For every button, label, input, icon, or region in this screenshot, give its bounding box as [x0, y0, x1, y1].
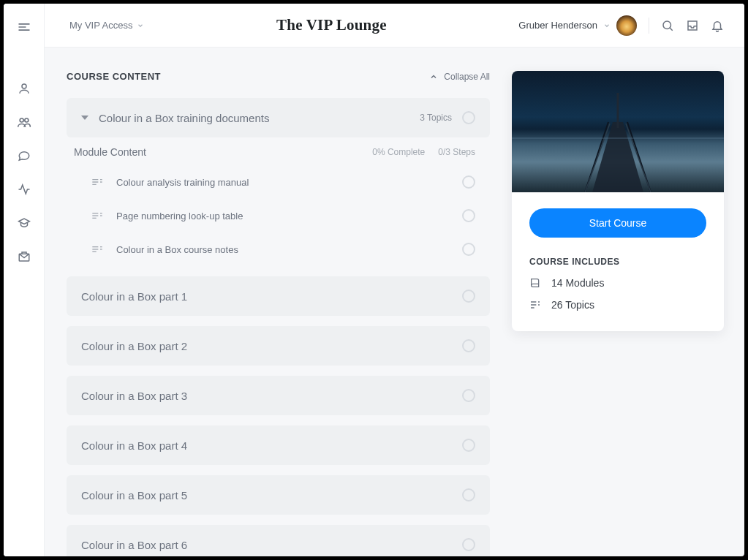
steps-label: 0/3 Steps: [438, 147, 475, 157]
inbox-icon[interactable]: [686, 19, 699, 32]
svg-point-4: [20, 118, 23, 122]
user-menu[interactable]: Gruber Henderson: [518, 15, 637, 36]
topic-label: Colour analysis training manual: [116, 177, 462, 188]
module-content-title: Module Content: [74, 146, 146, 158]
progress-ring: [462, 389, 475, 402]
topic-row[interactable]: Page numbering look-up table: [69, 199, 487, 232]
topic-row[interactable]: Colour analysis training manual: [69, 165, 487, 199]
chevron-down-icon: [137, 22, 144, 29]
user-icon[interactable]: [17, 81, 31, 96]
svg-point-7: [663, 21, 671, 29]
topic-label: Page numbering look-up table: [116, 211, 462, 222]
progress-ring: [462, 243, 475, 256]
topic-icon: [91, 211, 103, 220]
svg-marker-24: [592, 122, 643, 192]
module-row[interactable]: Colour in a Box training documents 3 Top…: [67, 98, 490, 137]
includes-row: 26 Topics: [529, 299, 706, 311]
progress-ring: [462, 339, 475, 352]
includes-row: 14 Modules: [529, 277, 706, 289]
module-row[interactable]: Colour in a Box part 3: [67, 376, 490, 415]
course-card: Start Course COURSE INCLUDES 14 Modules …: [512, 71, 724, 331]
top-header: My VIP Access The VIP Lounge Gruber Hend…: [45, 4, 744, 48]
main-column: COURSE CONTENT Collapse All Colour in a …: [67, 71, 490, 556]
progress-ring: [462, 111, 475, 124]
caret-down-icon: [81, 116, 88, 120]
module-row[interactable]: Colour in a Box part 6: [67, 525, 490, 556]
access-dropdown[interactable]: My VIP Access: [69, 20, 144, 31]
search-icon[interactable]: [661, 19, 674, 32]
list-icon: [529, 299, 541, 311]
module-children: Module Content 0% Complete 0/3 Steps Col…: [67, 137, 490, 266]
progress-ring: [462, 439, 475, 452]
module-title: Colour in a Box part 1: [81, 290, 462, 303]
start-course-button[interactable]: Start Course: [529, 208, 706, 238]
progress-ring: [462, 209, 475, 222]
module-row[interactable]: Colour in a Box part 1: [67, 276, 490, 316]
progress-ring: [462, 175, 475, 189]
module-list: Colour in a Box training documents 3 Top…: [67, 98, 490, 556]
mail-icon[interactable]: [17, 249, 31, 264]
access-label: My VIP Access: [69, 20, 132, 31]
svg-line-8: [670, 28, 673, 31]
module-title: Colour in a Box part 3: [81, 390, 462, 402]
module-title: Colour in a Box part 4: [81, 439, 462, 452]
graduation-icon[interactable]: [17, 216, 31, 230]
module-row[interactable]: Colour in a Box part 4: [67, 425, 490, 465]
module-title: Colour in a Box part 2: [81, 340, 462, 352]
users-icon[interactable]: [17, 115, 31, 129]
svg-point-3: [22, 84, 26, 88]
chevron-up-icon: [429, 72, 438, 81]
course-hero-image: [512, 71, 724, 192]
section-title: COURSE CONTENT: [67, 71, 161, 82]
module-meta: 3 Topics: [420, 113, 452, 123]
book-icon: [529, 277, 541, 289]
course-includes-title: COURSE INCLUDES: [529, 257, 706, 267]
avatar: [616, 15, 637, 36]
topic-icon: [91, 245, 103, 254]
chat-icon[interactable]: [17, 148, 31, 163]
left-rail: [4, 4, 45, 556]
includes-label: 14 Modules: [551, 277, 604, 289]
svg-point-5: [24, 118, 28, 122]
menu-icon[interactable]: [17, 20, 31, 34]
progress-ring: [462, 488, 475, 502]
progress-ring: [462, 290, 475, 303]
module-title: Colour in a Box training documents: [99, 112, 420, 124]
topic-label: Colour in a Box course notes: [116, 244, 462, 255]
module-title: Colour in a Box part 6: [81, 539, 462, 551]
topic-row[interactable]: Colour in a Box course notes: [69, 232, 487, 266]
module-title: Colour in a Box part 5: [81, 489, 462, 502]
divider: [649, 18, 649, 34]
module-row[interactable]: Colour in a Box part 2: [67, 326, 490, 366]
side-column: Start Course COURSE INCLUDES 14 Modules …: [512, 71, 724, 556]
collapse-all-button[interactable]: Collapse All: [429, 72, 490, 82]
progress-label: 0% Complete: [372, 147, 425, 157]
user-name: Gruber Henderson: [518, 20, 597, 31]
module-expanded: Colour in a Box training documents 3 Top…: [67, 98, 490, 266]
includes-label: 26 Topics: [551, 299, 594, 311]
module-row[interactable]: Colour in a Box part 5: [67, 475, 490, 515]
site-title: The VIP Lounge: [144, 16, 518, 34]
bell-icon[interactable]: [711, 19, 724, 32]
progress-ring: [462, 538, 475, 551]
activity-icon[interactable]: [17, 182, 31, 197]
topic-icon: [91, 178, 103, 186]
collapse-all-label: Collapse All: [444, 72, 490, 82]
pier-illustration: [512, 71, 724, 192]
chevron-down-icon: [603, 22, 611, 29]
